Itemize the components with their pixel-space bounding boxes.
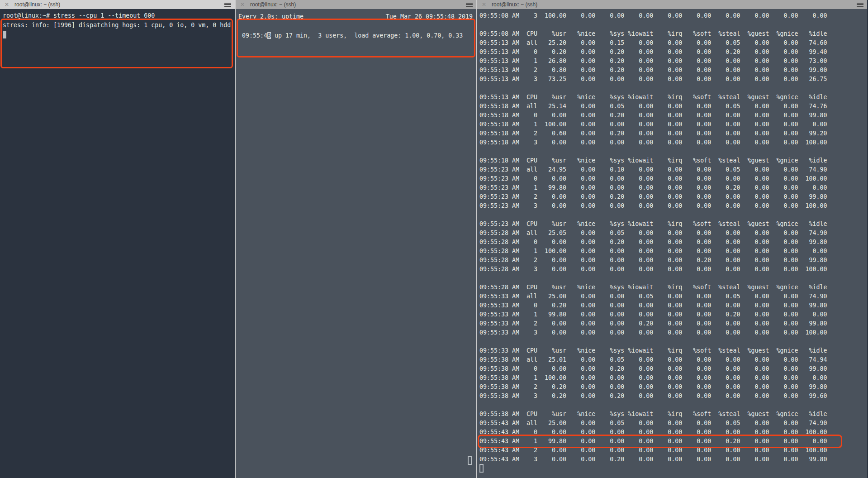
- text-cursor-reverse: 8: [267, 32, 271, 39]
- sar-header-row: 09:55:23 AM CPU %usr %nice %sys %iowait …: [479, 220, 867, 229]
- sar-row: 09:55:18 AM 3 0.00 0.00 0.00 0.00 0.00 0…: [479, 138, 867, 147]
- uptime-detail: up 17 min, 3 users, load average: 1.00, …: [271, 32, 463, 39]
- pane-title: root@linux: ~ (ssh): [492, 1, 857, 8]
- sar-row: 09:55:43 AM 0 0.00 0.00 0.00 0.00 0.00 0…: [479, 428, 867, 437]
- menu-icon[interactable]: [224, 3, 231, 7]
- blank-line: [479, 20, 867, 29]
- sar-row: 09:55:33 AM 3 0.00 0.00 0.00 0.00 0.00 0…: [479, 328, 867, 337]
- close-icon[interactable]: ✕: [240, 2, 245, 7]
- uptime-line: 09:55:48 up 17 min, 3 users, load averag…: [238, 31, 473, 40]
- pane-title: root@linux: ~ (ssh): [14, 1, 224, 8]
- sar-table: 09:55:08 AM 3 100.00 0.00 0.00 0.00 0.00…: [479, 11, 867, 473]
- sar-row: 09:55:23 AM 1 99.80 0.00 0.00 0.00 0.00 …: [479, 183, 867, 192]
- inactive-cursor: [468, 456, 472, 465]
- blank-line: [238, 21, 473, 31]
- terminal-output-sar[interactable]: 09:55:08 AM 3 100.00 0.00 0.00 0.00 0.00…: [477, 9, 867, 478]
- text-cursor: [3, 31, 6, 38]
- menu-icon[interactable]: [857, 3, 863, 7]
- blank-line: [479, 210, 867, 220]
- sar-row: 09:55:43 AM 2 0.00 0.00 0.00 0.00 0.00 0…: [479, 446, 867, 455]
- sar-row: 09:55:13 AM 0 0.20 0.00 0.20 0.00 0.00 0…: [479, 48, 867, 57]
- sar-row: 09:55:33 AM all 25.00 0.00 0.00 0.05 0.0…: [479, 292, 867, 301]
- sar-row: 09:55:33 AM 1 99.80 0.00 0.00 0.00 0.00 …: [479, 310, 867, 319]
- pane-uptime: ✕ root@linux: ~ (ssh) Every 2.0s: uptime…: [235, 0, 476, 478]
- menu-icon[interactable]: [466, 3, 473, 7]
- blank-line: [479, 401, 867, 410]
- sar-row: 09:55:43 AM 3 0.00 0.00 0.20 0.00 0.00 0…: [479, 455, 867, 464]
- pane-title: root@linux: ~ (ssh): [250, 1, 466, 8]
- sar-row: 09:55:13 AM all 25.20 0.00 0.15 0.00 0.0…: [479, 38, 867, 48]
- close-icon[interactable]: ✕: [482, 2, 486, 7]
- sar-row: 09:55:23 AM 2 0.00 0.00 0.20 0.00 0.00 0…: [479, 192, 867, 201]
- blank-line: [479, 274, 867, 283]
- blank-line: [479, 147, 867, 156]
- watch-timestamp: Tue Mar 26 09:55:48 2019: [386, 12, 473, 21]
- prompt-line: [3, 30, 235, 39]
- inactive-cursor: [479, 464, 484, 473]
- sar-row: 09:55:33 AM 0 0.20 0.00 0.00 0.00 0.00 0…: [479, 301, 867, 310]
- blank-line: [479, 84, 867, 93]
- sar-row: 09:55:28 AM all 25.05 0.00 0.05 0.00 0.0…: [479, 229, 867, 238]
- sar-row: 09:55:18 AM 1 100.00 0.00 0.00 0.00 0.00…: [479, 120, 867, 129]
- sar-row: 09:55:28 AM 3 0.00 0.00 0.00 0.00 0.00 0…: [479, 265, 867, 274]
- cursor-line: [479, 464, 867, 473]
- terminal-window: ✕ root@linux: ~ (ssh) root@linux:~# stre…: [0, 0, 868, 478]
- sar-header-row: 09:55:38 AM CPU %usr %nice %sys %iowait …: [479, 410, 867, 419]
- titlebar-right: ✕ root@linux: ~ (ssh): [477, 0, 867, 9]
- sar-row: 09:55:23 AM 0 0.00 0.00 0.00 0.00 0.00 0…: [479, 174, 867, 183]
- sar-row: 09:55:38 AM all 25.01 0.00 0.05 0.00 0.0…: [479, 355, 867, 364]
- stress-info-line: stress: info: [1996] dispatching hogs: 1…: [3, 20, 235, 30]
- titlebar-left: ✕ root@linux: ~ (ssh): [0, 0, 235, 9]
- sar-header-row: 09:55:28 AM CPU %usr %nice %sys %iowait …: [479, 283, 867, 292]
- sar-header-row: 09:55:18 AM CPU %usr %nice %sys %iowait …: [479, 156, 867, 165]
- sar-row: 09:55:38 AM 3 0.20 0.00 0.20 0.00 0.00 0…: [479, 392, 867, 401]
- sar-row: 09:55:23 AM all 24.95 0.00 0.10 0.00 0.0…: [479, 165, 867, 174]
- sar-row: 09:55:18 AM 2 0.60 0.00 0.20 0.00 0.00 0…: [479, 129, 867, 138]
- sar-row: 09:55:18 AM all 25.14 0.00 0.05 0.00 0.0…: [479, 102, 867, 111]
- watch-header: Every 2.0s: uptime Tue Mar 26 09:55:48 2…: [238, 12, 473, 21]
- sar-row: 09:55:08 AM 3 100.00 0.00 0.00 0.00 0.00…: [479, 11, 867, 20]
- sar-row: 09:55:38 AM 1 100.00 0.00 0.00 0.00 0.00…: [479, 373, 867, 382]
- sar-row: 09:55:13 AM 3 73.25 0.00 0.00 0.00 0.00 …: [479, 75, 867, 84]
- terminal-output-stress[interactable]: root@linux:~# stress --cpu 1 --timeout 6…: [0, 9, 235, 478]
- command-line: root@linux:~# stress --cpu 1 --timeout 6…: [3, 11, 235, 20]
- terminal-output-uptime[interactable]: Every 2.0s: uptime Tue Mar 26 09:55:48 2…: [236, 9, 476, 478]
- sar-row: 09:55:23 AM 3 0.00 0.00 0.00 0.00 0.00 0…: [479, 201, 867, 210]
- sar-row: 09:55:18 AM 0 0.00 0.00 0.20 0.00 0.00 0…: [479, 111, 867, 120]
- close-icon[interactable]: ✕: [5, 2, 9, 7]
- sar-row: 09:55:43 AM all 25.00 0.00 0.05 0.00 0.0…: [479, 419, 867, 428]
- uptime-time: 09:55:4: [238, 32, 267, 39]
- sar-row: 09:55:13 AM 1 26.80 0.00 0.20 0.00 0.00 …: [479, 57, 867, 66]
- pane-sar: ✕ root@linux: ~ (ssh) 09:55:08 AM 3 100.…: [476, 0, 867, 478]
- sar-row: 09:55:13 AM 2 0.80 0.00 0.20 0.00 0.00 0…: [479, 66, 867, 75]
- sar-row: 09:55:33 AM 2 0.00 0.00 0.00 0.20 0.00 0…: [479, 319, 867, 328]
- titlebar-middle: ✕ root@linux: ~ (ssh): [236, 0, 476, 9]
- sar-row: 09:55:28 AM 1 100.00 0.00 0.00 0.00 0.00…: [479, 247, 867, 256]
- pane-stress: ✕ root@linux: ~ (ssh) root@linux:~# stre…: [0, 0, 235, 478]
- watch-interval-label: Every 2.0s: uptime: [238, 12, 304, 21]
- sar-row: 09:55:38 AM 2 0.20 0.00 0.00 0.00 0.00 0…: [479, 382, 867, 392]
- sar-header-row: 09:55:08 AM CPU %usr %nice %sys %iowait …: [479, 29, 867, 38]
- sar-header-row: 09:55:33 AM CPU %usr %nice %sys %iowait …: [479, 346, 867, 355]
- sar-row-highlighted: 09:55:43 AM 1 99.80 0.00 0.00 0.00 0.00 …: [479, 437, 867, 446]
- sar-row: 09:55:38 AM 0 0.00 0.00 0.20 0.00 0.00 0…: [479, 364, 867, 373]
- sar-row: 09:55:28 AM 0 0.00 0.00 0.20 0.00 0.00 0…: [479, 238, 867, 247]
- sar-header-row: 09:55:13 AM CPU %usr %nice %sys %iowait …: [479, 93, 867, 102]
- sar-row: 09:55:28 AM 2 0.00 0.00 0.00 0.00 0.00 0…: [479, 256, 867, 265]
- blank-line: [479, 337, 867, 346]
